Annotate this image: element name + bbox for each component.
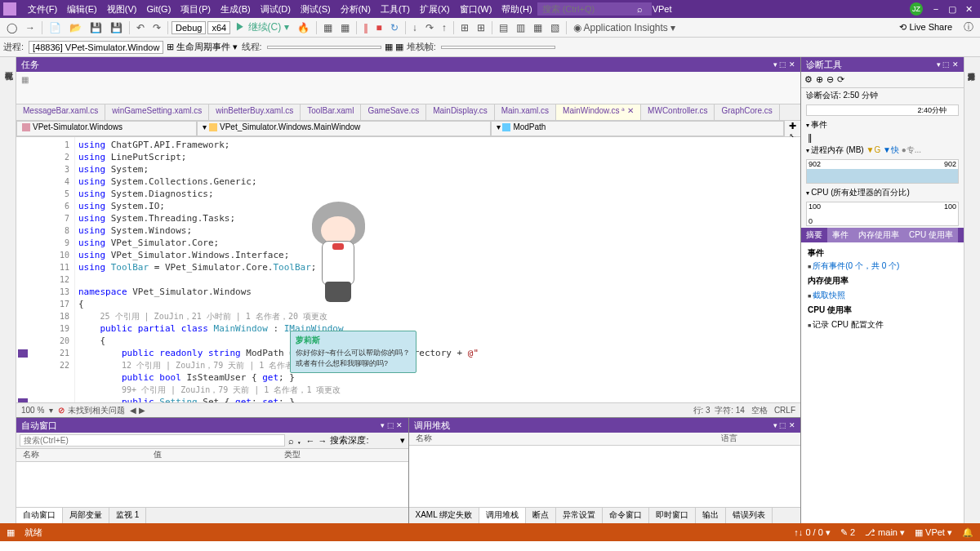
process-dropdown[interactable]: [48836] VPet-Simulator.Window: [29, 41, 163, 54]
app-insights-button[interactable]: ◉ Application Insights ▾: [570, 20, 679, 35]
new-project-button[interactable]: 📄: [46, 20, 65, 35]
live-share-button[interactable]: ⟲ Live Share: [893, 22, 959, 33]
hot-reload-button[interactable]: 🔥: [294, 20, 313, 35]
menu-analyze[interactable]: 分析(N): [336, 3, 376, 16]
step-into-button[interactable]: ↓: [409, 20, 421, 35]
menu-git[interactable]: Git(G): [141, 4, 176, 14]
diag-memory-section[interactable]: 进程内存 (MB) ▼G ▼快 ●专...: [801, 143, 964, 158]
cs-tab-5[interactable]: 即时窗口: [649, 508, 696, 523]
stackframe-dropdown[interactable]: [441, 46, 555, 49]
live-visual-tree-tab[interactable]: 实时可视化树: [1, 62, 16, 523]
doc-tab-5[interactable]: MainDisplay.cs: [426, 104, 495, 120]
cs-tab-3[interactable]: 异常设置: [556, 508, 603, 523]
minimize-button[interactable]: −: [928, 4, 944, 14]
cs-col-name[interactable]: 名称: [409, 433, 715, 445]
doc-tab-9[interactable]: GraphCore.cs: [715, 104, 779, 120]
step-out-button[interactable]: ↑: [439, 20, 450, 35]
menu-extensions[interactable]: 扩展(X): [415, 3, 455, 16]
menu-project[interactable]: 项目(P): [176, 3, 216, 16]
diag-zoom-out-icon[interactable]: ⊖: [826, 74, 834, 85]
doc-tab-8[interactable]: MWController.cs: [641, 104, 715, 120]
close-button[interactable]: ✕: [960, 4, 977, 15]
menu-file[interactable]: 文件(F): [23, 3, 62, 16]
toolbox2-button[interactable]: ⊞: [474, 20, 488, 35]
doc-tab-6[interactable]: Main.xaml.cs: [495, 104, 556, 120]
diag-tab-summary[interactable]: 摘要: [801, 228, 827, 242]
zoom-level[interactable]: 100 %: [21, 406, 44, 415]
issues-label[interactable]: 未找到相关问题: [68, 405, 125, 416]
diag-tab-memory[interactable]: 内存使用率: [853, 228, 904, 242]
diag-tab-cpu[interactable]: CPU 使用率: [904, 228, 958, 242]
db2-button[interactable]: ▦: [337, 20, 353, 35]
diag-tab-events[interactable]: 事件: [827, 228, 853, 242]
doc-tab-0[interactable]: MessageBar.xaml.cs: [16, 104, 105, 120]
menu-debug[interactable]: 调试(D): [256, 3, 296, 16]
thread-tools[interactable]: ▦ ▦: [385, 42, 403, 52]
nav-class-dropdown[interactable]: ▾ VPet_Simulator.Windows.MainWindow: [197, 121, 490, 136]
doc-tab-4[interactable]: GameSave.cs: [361, 104, 426, 120]
diag-events-link[interactable]: 所有事件(0 个，共 0 个): [808, 260, 957, 272]
cs-col-lang[interactable]: 语言: [715, 433, 801, 445]
menu-edit[interactable]: 编辑(E): [62, 3, 102, 16]
lifecycle-button[interactable]: ⊞ 生命周期事件 ▾: [167, 41, 238, 53]
cs-tab-4[interactable]: 命令窗口: [603, 508, 649, 523]
feedback-button[interactable]: ⓘ: [960, 19, 977, 36]
diag-cpu-section[interactable]: CPU (所有处理器的百分比): [801, 185, 964, 200]
repo-status[interactable]: ▦ VPet ▾: [915, 527, 952, 538]
menu-test[interactable]: 测试(S): [296, 3, 336, 16]
cs-tab-1[interactable]: 调用堆栈: [479, 508, 526, 523]
platform-dropdown[interactable]: x64: [207, 21, 230, 34]
step-over-button[interactable]: ↷: [422, 20, 437, 35]
open-button[interactable]: 📂: [66, 20, 85, 35]
issue-nav[interactable]: ◀ ▶: [130, 406, 145, 415]
autos-search-input[interactable]: [20, 434, 285, 447]
menu-tools[interactable]: 工具(T): [376, 3, 415, 16]
nav-fwd-button[interactable]: →: [22, 20, 38, 35]
menu-view[interactable]: 视图(V): [102, 3, 142, 16]
vpet-speech-bubble[interactable]: 萝莉斯 你好你好~有什么可以帮助你的吗？或者有什么想和我聊聊的吗?: [290, 331, 416, 373]
diag-snapshot-link[interactable]: 截取快照: [808, 290, 957, 301]
menu-help[interactable]: 帮助(H): [497, 3, 537, 16]
tab-watch[interactable]: 监视 1: [109, 508, 146, 523]
pause-icon[interactable]: ‖: [808, 132, 813, 142]
xaml-tools4-button[interactable]: ▧: [547, 20, 563, 35]
indent-mode[interactable]: 空格: [751, 405, 768, 416]
maximize-button[interactable]: ▢: [944, 4, 960, 15]
errors-status[interactable]: ↑↓ 0 / 0 ▾: [794, 527, 831, 538]
col-type[interactable]: 类型: [278, 449, 408, 461]
doc-tab-1[interactable]: winGameSetting.xaml.cs: [105, 104, 209, 120]
diag-settings-icon[interactable]: ⚙: [804, 74, 813, 85]
line-ending[interactable]: CRLF: [774, 406, 795, 415]
diag-zoom-in-icon[interactable]: ⊕: [816, 74, 823, 85]
tab-locals[interactable]: 局部变量: [63, 508, 109, 523]
diag-reset-icon[interactable]: ⟳: [837, 74, 844, 85]
toolbox-button[interactable]: ⊞: [457, 20, 472, 35]
search-input[interactable]: [537, 2, 652, 16]
cs-tab-2[interactable]: 断点: [526, 508, 556, 523]
undo-button[interactable]: ↶: [133, 20, 148, 35]
task-panel-controls[interactable]: ▾ ⬚ ✕: [773, 60, 795, 69]
tab-autos[interactable]: 自动窗口: [16, 508, 63, 523]
stop-button[interactable]: ■: [373, 20, 385, 35]
user-avatar[interactable]: JZ: [910, 2, 923, 16]
pause-button[interactable]: ‖: [360, 20, 372, 35]
cpu-chart[interactable]: 100 100 0: [806, 202, 959, 226]
commits-status[interactable]: ✎ 2: [840, 527, 855, 538]
bookmark-icon[interactable]: [18, 349, 28, 358]
doc-tab-7[interactable]: MainWindow.cs ᵃ ✕: [556, 104, 641, 120]
redo-button[interactable]: ↷: [149, 20, 164, 35]
bookmark-icon[interactable]: [18, 398, 28, 402]
branch-status[interactable]: ⎇ main ▾: [865, 527, 905, 538]
code-content[interactable]: using ChatGPT.API.Framework; using LineP…: [75, 137, 800, 402]
menu-window[interactable]: 窗口(W): [455, 3, 497, 16]
xaml-tools2-button[interactable]: ▥: [513, 20, 528, 35]
memory-chart[interactable]: 902 902 0: [806, 159, 959, 184]
diag-cpu-record-link[interactable]: 记录 CPU 配置文件: [808, 319, 957, 331]
search-icon[interactable]: ⌕: [637, 4, 643, 14]
doc-tab-3[interactable]: ToolBar.xaml: [301, 104, 361, 120]
nav-project-dropdown[interactable]: VPet-Simulator.Windows: [16, 121, 197, 136]
cs-tab-0[interactable]: XAML 绑定失败: [409, 508, 480, 523]
doc-tab-2[interactable]: winBetterBuy.xaml.cs: [209, 104, 301, 120]
xaml-tools-button[interactable]: ▤: [496, 20, 511, 35]
diag-timeline[interactable]: 2:40分钟: [806, 104, 959, 116]
